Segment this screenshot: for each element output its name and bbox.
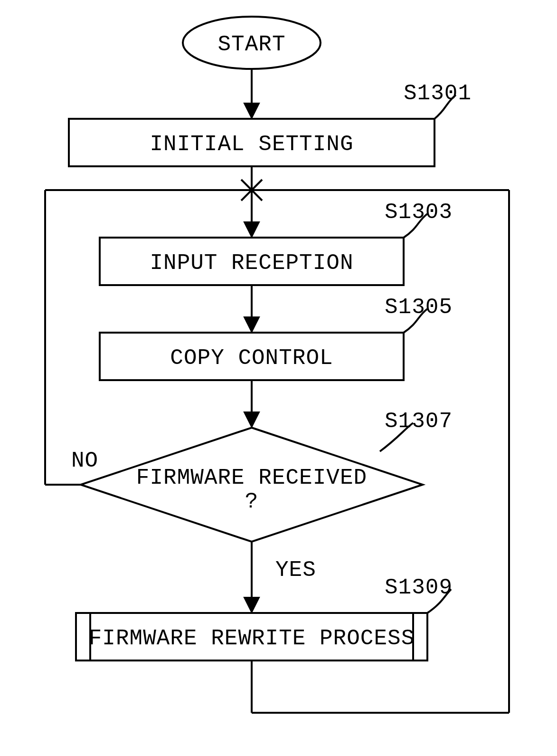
- start-label: START: [217, 32, 285, 57]
- s1301-tag: S1301: [404, 81, 472, 106]
- s1307-label-2: ?: [245, 489, 259, 514]
- yes-label: YES: [275, 558, 316, 583]
- s1301-label: INITIAL SETTING: [150, 132, 353, 157]
- s1309-tag: S1309: [385, 575, 453, 600]
- s1305-tag: S1305: [385, 295, 453, 320]
- s1307-tag: S1307: [385, 409, 453, 434]
- s1303-tag: S1303: [385, 200, 453, 225]
- s1309-label: FIRMWARE REWRITE PROCESS: [89, 626, 415, 651]
- s1305-label: COPY CONTROL: [170, 346, 333, 371]
- s1303-label: INPUT RECEPTION: [150, 251, 353, 276]
- s1307-label-1: FIRMWARE RECEIVED: [136, 466, 367, 490]
- no-label: NO: [71, 449, 98, 473]
